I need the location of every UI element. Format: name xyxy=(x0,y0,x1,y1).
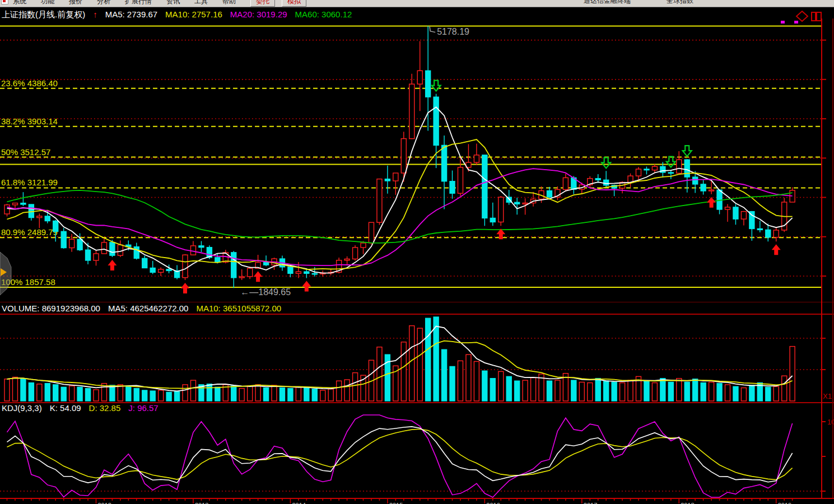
candle-body xyxy=(264,263,269,265)
candle-body xyxy=(37,216,42,218)
kdj-title: KDJ(9,3,3) xyxy=(2,403,42,413)
sell-signal-arrow xyxy=(667,156,675,167)
fib-label: 80.9% 2489.79 xyxy=(1,227,58,237)
volume-bar xyxy=(69,386,74,401)
candle-body xyxy=(101,242,106,254)
candle-body xyxy=(523,203,528,204)
volume-bar xyxy=(466,354,471,401)
volume-bar xyxy=(774,386,779,401)
fib-label: 38.2% 3903.14 xyxy=(1,116,58,126)
candle-body xyxy=(442,145,447,181)
volume-bar xyxy=(110,385,115,401)
volume-bar xyxy=(604,381,609,401)
volume-bar xyxy=(279,388,285,401)
candle-body xyxy=(434,97,439,145)
volume-bar xyxy=(749,385,754,401)
volume-bar xyxy=(4,379,10,401)
volume-scale-label: X1 xyxy=(823,392,832,400)
candle-body xyxy=(312,273,317,274)
volume-bar xyxy=(498,371,504,401)
app-window: 系统功能报价分析扩展行情资讯工具帮助委托模拟通达信金融终端全球指数 23.6% … xyxy=(0,0,834,504)
volume-bar xyxy=(741,388,746,401)
candle-body xyxy=(86,250,91,260)
volume-ma10-line xyxy=(7,341,793,389)
volume-bar xyxy=(434,317,439,401)
date-label: 2012 xyxy=(98,502,111,504)
date-label: 2018 xyxy=(681,502,694,504)
date-label: 2019 xyxy=(778,502,791,504)
candle-body xyxy=(393,173,398,181)
diamond-tool-icon[interactable] xyxy=(796,11,808,21)
buy-signal-arrow xyxy=(108,260,117,270)
candle-body xyxy=(304,272,309,273)
candle-body xyxy=(77,239,82,250)
candle-body xyxy=(450,181,455,193)
volume-bar xyxy=(677,379,682,401)
volume-bar xyxy=(21,379,26,401)
volume-bar xyxy=(620,383,625,401)
volume-label: VOLUME: 8691923968.00 xyxy=(2,304,100,313)
volume-bar xyxy=(693,379,698,401)
candle-body xyxy=(668,172,673,174)
volume-bar xyxy=(790,347,795,401)
volume-bar xyxy=(417,328,422,401)
chart-canvas[interactable]: 23.6% 4386.4038.2% 3903.1450% 3512.5761.… xyxy=(0,0,834,504)
ma20-label: MA20: 3019.29 xyxy=(230,10,287,19)
buy-signal-arrow xyxy=(707,197,716,208)
candle-body xyxy=(774,230,779,237)
volume-bar xyxy=(134,389,139,401)
date-label: 2017 xyxy=(584,502,597,504)
volume-bar xyxy=(474,361,479,401)
buy-signal-arrow xyxy=(181,283,190,293)
up-arrow-icon: ↑ xyxy=(93,10,97,19)
candle-body xyxy=(474,155,479,162)
candle-body xyxy=(4,205,10,214)
candle-body xyxy=(401,139,406,173)
volume-bar xyxy=(482,371,487,401)
volume-bar xyxy=(523,380,528,401)
volume-bar xyxy=(337,381,342,401)
volume-bar xyxy=(320,390,325,401)
candle-body xyxy=(12,203,17,205)
candle-body xyxy=(490,218,495,222)
candle-body xyxy=(636,169,641,176)
volume-bar xyxy=(12,377,17,401)
ma60-label: MA60: 3060.12 xyxy=(295,10,352,19)
ma60-line xyxy=(7,190,793,243)
kdj-j-label: J: 96.57 xyxy=(128,403,158,413)
volume-header: VOLUME: 8691923968.00MA5: 4625462272.00M… xyxy=(2,304,289,313)
volume-bar xyxy=(725,385,730,401)
volume-bar xyxy=(660,379,665,401)
candle-body xyxy=(644,169,649,170)
candle-body xyxy=(604,180,609,185)
volume-bar xyxy=(159,390,164,401)
kdj-j-line xyxy=(7,415,793,497)
candle-body xyxy=(725,207,730,209)
volume-bar xyxy=(166,392,171,401)
candle-body xyxy=(231,253,236,278)
ma10-label: MA10: 2757.16 xyxy=(165,10,222,19)
volume-bar xyxy=(490,379,495,401)
volume-bar xyxy=(458,361,463,401)
volume-bar xyxy=(77,387,82,401)
candle-body xyxy=(361,243,366,248)
volume-bar xyxy=(547,381,552,401)
candle-body xyxy=(239,277,244,278)
fib-label: 50% 3512.57 xyxy=(1,147,50,157)
low-annotation: ←—1849.65 xyxy=(240,287,291,297)
window-layout-icon[interactable] xyxy=(812,12,821,21)
candle-body xyxy=(482,155,487,218)
volume-bar xyxy=(644,381,649,401)
volume-bar xyxy=(215,387,220,401)
candle-body xyxy=(417,71,422,84)
candle-body xyxy=(684,160,689,177)
candle-body xyxy=(741,212,746,219)
volume-ma10-label: MA10: 3651055872.00 xyxy=(196,304,281,313)
candle-body xyxy=(426,71,431,97)
date-label: 2014 xyxy=(292,502,305,504)
volume-bar xyxy=(782,376,787,401)
candle-body xyxy=(515,202,520,204)
candle-body xyxy=(652,166,657,170)
candle-body xyxy=(385,179,390,181)
candle-body xyxy=(547,191,552,197)
